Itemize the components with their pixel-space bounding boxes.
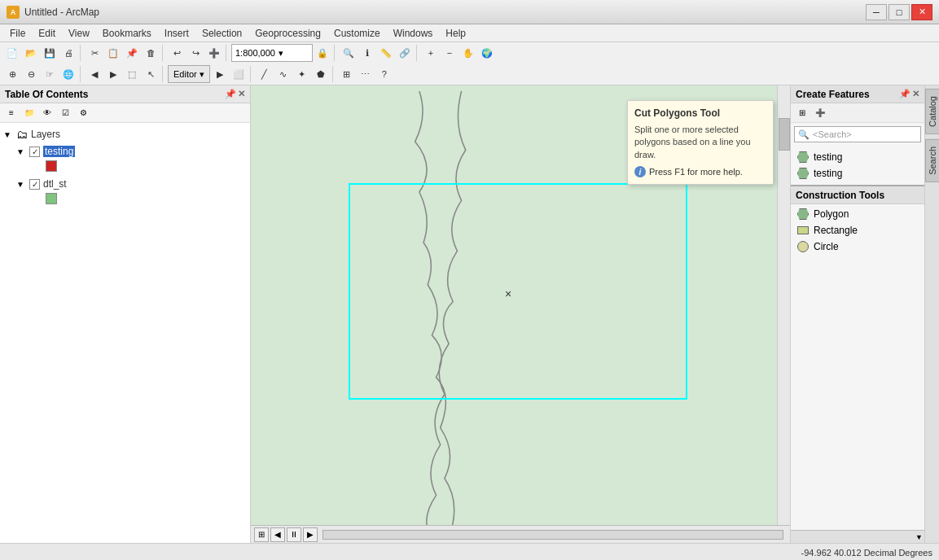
organize-templates-button[interactable]: ⊞ (794, 106, 810, 120)
line-tool-button[interactable]: ╱ (256, 65, 274, 83)
move-vertex-button[interactable]: ⬟ (312, 65, 330, 83)
identify-button[interactable]: ℹ (358, 44, 376, 62)
expand-dtl[interactable]: ▼ (16, 180, 26, 189)
feature-item-1[interactable]: testing (792, 165, 923, 182)
menu-customize[interactable]: Customize (327, 26, 387, 41)
map-scroll-vertical[interactable] (777, 85, 790, 530)
undo-button[interactable]: ↩ (168, 44, 186, 62)
construction-item-rectangle[interactable]: Rectangle (792, 222, 923, 238)
zoom-in-button[interactable]: + (422, 44, 440, 62)
help-button[interactable]: ? (375, 65, 393, 83)
maximize-button[interactable]: □ (889, 4, 910, 20)
back-extent-button[interactable]: ◀ (86, 65, 103, 83)
toc-options[interactable]: ⚙ (75, 106, 91, 120)
features-search-box[interactable]: 🔍 <Search> (794, 126, 921, 142)
toc-list-by-drawing-order[interactable]: ≡ (3, 106, 20, 120)
menu-insert[interactable]: Insert (158, 26, 195, 41)
construction-item-polygon[interactable]: Polygon (792, 206, 923, 222)
find-button[interactable]: 🔍 (340, 44, 358, 62)
create-features-header: Create Features 📌 ✕ (791, 85, 924, 103)
add-data-button[interactable]: ➕ (205, 44, 223, 62)
more-tools-button[interactable]: ⋯ (357, 65, 375, 83)
layer-dtl-checkbox[interactable] (29, 179, 40, 190)
map-area[interactable]: × ⊞ ◀ ⏸ ▶ Cut Polygons Tool Split one or… (251, 85, 790, 543)
create-features-title: Create Features (796, 89, 870, 100)
menu-help[interactable]: Help (439, 26, 472, 41)
construction-item-circle[interactable]: Circle (792, 238, 923, 255)
feature-item-0[interactable]: testing (792, 149, 923, 165)
hyperlink-button[interactable]: 🔗 (396, 44, 414, 62)
app-icon: A (7, 6, 20, 19)
separator-5 (416, 45, 419, 61)
title-bar-controls[interactable]: ─ □ ✕ (866, 4, 932, 20)
editor-button[interactable]: Editor ▾ (168, 65, 210, 83)
expand-layers[interactable]: ▼ (3, 130, 13, 139)
toc-pin-button[interactable]: 📌 (225, 89, 236, 99)
menu-geoprocessing[interactable]: Geoprocessing (248, 26, 327, 41)
scroll-thumb-vertical[interactable] (779, 118, 790, 151)
new-button[interactable]: 📄 (3, 44, 21, 62)
select-features-button[interactable]: ⬚ (123, 65, 141, 83)
toc-header-controls[interactable]: 📌 ✕ (225, 89, 245, 99)
zoom-out-button[interactable]: − (441, 44, 459, 62)
menu-edit[interactable]: Edit (32, 26, 62, 41)
measure-button[interactable]: 📏 (377, 44, 395, 62)
construction-tools-header: Construction Tools (791, 186, 924, 204)
search-tab[interactable]: Search (925, 139, 940, 182)
layer-testing-item: ▼ testing (3, 144, 247, 159)
finish-sketch-button[interactable]: ⬜ (230, 65, 248, 83)
toc-list-by-source[interactable]: 📁 (21, 106, 37, 120)
tooltip-body: Split one or more selected polygons base… (634, 124, 766, 161)
sketch-tool-button[interactable]: ▶ (211, 65, 229, 83)
menu-file[interactable]: File (3, 26, 32, 41)
toc-list-by-visibility[interactable]: 👁 (39, 106, 55, 120)
new-template-button[interactable]: ➕ (812, 106, 828, 120)
create-features-close[interactable]: ✕ (912, 89, 919, 99)
print-button[interactable]: 🖨 (59, 44, 77, 62)
layer-dtl-label[interactable]: dtl_st (43, 178, 67, 190)
layers-group: ▼ 🗂 Layers ▼ testing ▼ dtl_st (3, 126, 247, 208)
layer-testing-label[interactable]: testing (43, 146, 75, 157)
map-next-button[interactable]: ▶ (303, 527, 318, 542)
map-pause-button[interactable]: ⏸ (287, 527, 301, 542)
map-overview-button[interactable]: ⊞ (254, 527, 269, 542)
forward-extent-button[interactable]: ▶ (104, 65, 122, 83)
curve-tool-button[interactable]: ∿ (274, 65, 292, 83)
select-element-button[interactable]: ↖ (142, 65, 160, 83)
full-extent-button[interactable]: 🌍 (478, 44, 496, 62)
save-button[interactable]: 💾 (41, 44, 59, 62)
zoom-in-fixed-button[interactable]: ⊕ (3, 65, 21, 83)
sketch-prop-button[interactable]: ⊞ (338, 65, 356, 83)
map-scroll-bar[interactable] (323, 530, 783, 540)
world-button[interactable]: 🌐 (59, 65, 77, 83)
cut-button[interactable]: ✂ (86, 44, 103, 62)
toc-close-button[interactable]: ✕ (238, 89, 245, 99)
menu-windows[interactable]: Windows (387, 26, 440, 41)
menu-bookmarks[interactable]: Bookmarks (96, 26, 158, 41)
catalog-tab[interactable]: Catalog (925, 89, 940, 134)
toc-list-by-selection[interactable]: ☑ (57, 106, 73, 120)
vertex-tool-button[interactable]: ✦ (293, 65, 311, 83)
menu-view[interactable]: View (62, 26, 96, 41)
create-features-pin[interactable]: 📌 (899, 89, 910, 99)
zoom-out-fixed-button[interactable]: ⊖ (22, 65, 40, 83)
layer-testing-checkbox[interactable] (29, 147, 40, 157)
expand-testing[interactable]: ▼ (16, 147, 26, 156)
help-icon: i (634, 166, 646, 177)
scale-dropdown[interactable]: 1:800,000 ▾ (231, 44, 313, 62)
delete-button[interactable]: 🗑 (142, 44, 160, 62)
right-panel-scrollbar[interactable]: ▼ (791, 530, 924, 543)
copy-button[interactable]: 📋 (104, 44, 122, 62)
status-bar: -94.962 40.012 Decimal Degrees (0, 543, 939, 560)
create-features-controls[interactable]: 📌 ✕ (899, 89, 919, 99)
menu-selection[interactable]: Selection (195, 26, 248, 41)
pan-button[interactable]: ✋ (459, 44, 477, 62)
pan-hand-button[interactable]: ☞ (41, 65, 59, 83)
scale-lock-button[interactable]: 🔒 (314, 44, 331, 62)
paste-button[interactable]: 📌 (123, 44, 141, 62)
minimize-button[interactable]: ─ (866, 4, 887, 20)
map-prev-button[interactable]: ◀ (270, 527, 285, 542)
open-button[interactable]: 📂 (22, 44, 40, 62)
close-button[interactable]: ✕ (911, 4, 932, 20)
redo-button[interactable]: ↪ (186, 44, 204, 62)
